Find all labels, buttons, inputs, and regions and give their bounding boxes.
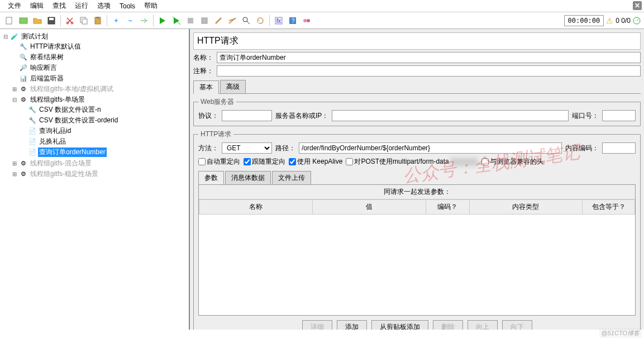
down-button[interactable]: 向下: [502, 320, 532, 330]
wrench-icon: 🔧: [28, 106, 37, 115]
multipart-checkbox[interactable]: [346, 158, 353, 165]
expand-toggle[interactable]: ⊞: [11, 160, 18, 166]
copy-icon[interactable]: [78, 15, 90, 27]
collapse-icon[interactable]: −: [124, 15, 136, 27]
auto-redirect-label: 自动重定向: [207, 157, 240, 166]
port-field[interactable]: [602, 110, 636, 121]
start-no-timers-icon[interactable]: [170, 15, 183, 27]
http-icon: 📄: [28, 137, 37, 146]
encoding-label: 内容编码：: [565, 144, 599, 153]
cut-icon[interactable]: [64, 15, 76, 27]
paste-icon[interactable]: [92, 15, 104, 27]
svg-rect-3: [49, 18, 54, 20]
tree-item[interactable]: 响应断言: [29, 63, 58, 73]
tab-advanced[interactable]: 高级: [220, 80, 246, 93]
follow-redirect-checkbox[interactable]: [244, 158, 251, 165]
method-select[interactable]: GET: [222, 142, 272, 154]
separator: [107, 15, 107, 26]
tree-group[interactable]: 线程组gitfs-混合场景: [29, 159, 93, 168]
menu-edit[interactable]: 编辑: [27, 0, 47, 12]
col-value[interactable]: 值: [312, 200, 426, 215]
param-table-body[interactable]: [199, 215, 635, 315]
col-name[interactable]: 名称: [199, 200, 313, 215]
save-icon[interactable]: [45, 15, 58, 27]
up-button[interactable]: 向上: [468, 320, 498, 330]
col-encode[interactable]: 编码？: [426, 200, 469, 215]
path-field[interactable]: [299, 142, 562, 154]
tree-item[interactable]: 兑换礼品: [38, 137, 67, 146]
reset-search-icon[interactable]: [254, 15, 266, 27]
tree-item[interactable]: 查询礼品id: [38, 126, 72, 136]
http-request-panel: HTTP请求 名称： 注释： 基本 高级 Web服务器 协议： 服务器名称或IP…: [190, 29, 644, 330]
tree-item[interactable]: 察看结果树: [29, 53, 65, 62]
col-equals[interactable]: 包含等于？: [583, 200, 635, 215]
open-icon[interactable]: [31, 15, 44, 27]
server-field[interactable]: [332, 110, 569, 121]
test-plan-tree[interactable]: ⊟🧪测试计划 🔧HTTP请求默认值 🔍察看结果树 🔎响应断言 📊后端监听器 ⊞⚙…: [0, 29, 190, 330]
menu-help[interactable]: 帮助: [141, 0, 161, 12]
auto-redirect-checkbox[interactable]: [198, 158, 206, 165]
toggle-icon[interactable]: [138, 15, 150, 27]
follow-redirect-label: 跟随重定向: [252, 157, 285, 166]
param-table[interactable]: 名称 值 编码？ 内容类型 包含等于？: [199, 199, 635, 215]
wrench-icon: 🔧: [28, 116, 37, 125]
expand-icon[interactable]: +: [110, 15, 122, 27]
clear-icon[interactable]: [212, 15, 225, 27]
toolbar: + − fx ? 00:00:00 ⚠ 0 0/0: [0, 12, 644, 29]
assert-icon: 🔎: [19, 64, 28, 73]
shutdown-icon[interactable]: [198, 15, 211, 27]
menu-tools[interactable]: Tools: [116, 1, 139, 11]
eye-icon: 🔍: [19, 53, 28, 62]
threads-icon[interactable]: [300, 15, 313, 27]
warning-icon[interactable]: ⚠: [606, 16, 613, 25]
menu-search[interactable]: 查找: [49, 0, 69, 12]
tree-item[interactable]: 后端监听器: [29, 74, 65, 83]
comment-field[interactable]: [217, 65, 641, 77]
expand-toggle[interactable]: ⊟: [11, 97, 18, 103]
svg-rect-7: [82, 19, 87, 24]
function-helper-icon[interactable]: fx: [273, 15, 285, 27]
templates-icon[interactable]: [17, 15, 30, 27]
menu-options[interactable]: 选项: [94, 0, 114, 12]
expand-toggle[interactable]: ⊞: [11, 86, 18, 92]
subtab-params[interactable]: 参数: [198, 171, 224, 184]
method-label: 方法：: [198, 144, 218, 153]
expand-toggle[interactable]: ⊟: [2, 34, 9, 40]
tree-root[interactable]: 测试计划: [20, 32, 49, 41]
menu-run[interactable]: 运行: [71, 0, 92, 12]
close-icon[interactable]: ✕: [633, 1, 642, 10]
stop-icon[interactable]: [184, 15, 197, 27]
name-field[interactable]: [217, 52, 641, 63]
protocol-field[interactable]: [222, 110, 272, 121]
delete-button[interactable]: 删除: [433, 320, 463, 330]
detail-button[interactable]: 详细: [302, 320, 332, 330]
tree-item[interactable]: HTTP请求默认值: [29, 42, 82, 51]
expand-toggle[interactable]: ⊞: [11, 171, 18, 177]
tree-item-selected[interactable]: 查询订单orderNumber: [38, 147, 107, 157]
col-type[interactable]: 内容类型: [469, 200, 583, 215]
encoding-field[interactable]: [602, 142, 636, 154]
keepalive-checkbox[interactable]: [289, 158, 296, 165]
tab-basic[interactable]: 基本: [193, 80, 219, 94]
timer-display: 00:00:00: [564, 15, 604, 26]
svg-rect-10: [188, 18, 193, 23]
subtab-body[interactable]: 消息体数据: [225, 171, 271, 184]
add-from-clipboard-button[interactable]: 从剪贴板添加: [371, 320, 428, 330]
path-label: 路径：: [275, 144, 295, 153]
search-icon[interactable]: [240, 15, 252, 27]
svg-rect-1: [20, 18, 27, 23]
svg-rect-9: [96, 17, 99, 18]
start-icon[interactable]: [156, 15, 169, 27]
menu-file[interactable]: 文件: [4, 0, 25, 12]
add-button[interactable]: 添加: [337, 320, 367, 330]
clear-all-icon[interactable]: [226, 15, 238, 27]
tree-group[interactable]: 线程组gitfs-本地/虚拟机调试: [29, 84, 115, 94]
new-icon[interactable]: [3, 15, 16, 27]
tree-group[interactable]: 线程组gitfs-稳定性场景: [29, 169, 99, 179]
tree-item[interactable]: CSV 数据文件设置-orderid: [38, 116, 119, 125]
tree-group[interactable]: 线程组gitfs-单场景: [29, 95, 86, 104]
subtab-upload[interactable]: 文件上传: [272, 171, 311, 184]
tree-item[interactable]: CSV 数据文件设置-n: [38, 105, 102, 115]
browser-headers-checkbox[interactable]: [481, 158, 489, 165]
help-icon[interactable]: ?: [287, 15, 299, 27]
